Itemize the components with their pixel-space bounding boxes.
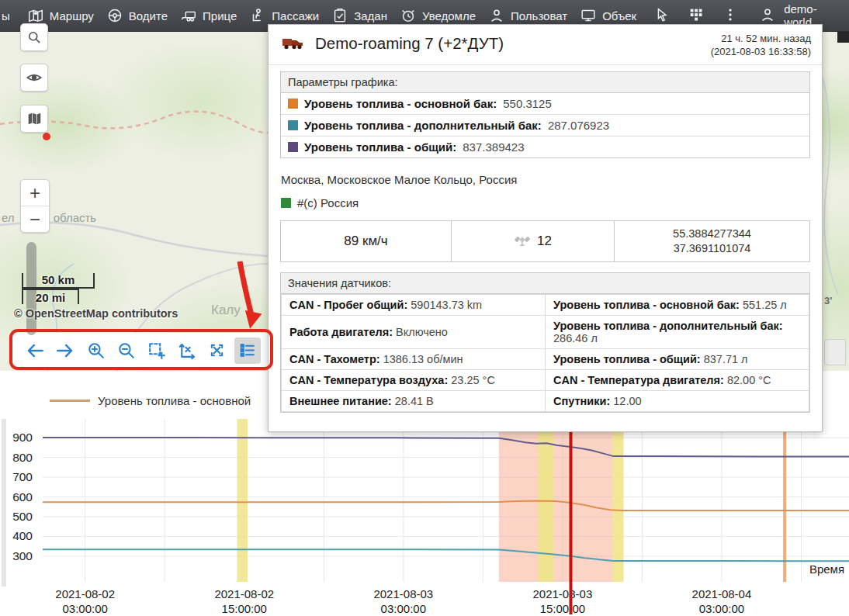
apps-grid-icon[interactable]: [688, 6, 705, 26]
color-swatch-main-tank: [288, 99, 298, 109]
search-icon: [26, 29, 42, 45]
legend-item-main-tank[interactable]: Уровень топлива - основной: [50, 394, 251, 407]
map-attribution-link[interactable]: © OpenStreetMap contributors: [14, 307, 178, 320]
chart-params-header: Параметры графика:: [281, 72, 809, 93]
alarm-icon: [400, 7, 417, 24]
zoom-out-magnifier-icon: [116, 341, 136, 360]
speed-value: 89 км/ч: [281, 221, 452, 261]
chart-params-box: Параметры графика: Уровень топлива - осн…: [280, 71, 810, 158]
sensor-row: CAN - Температура воздуха: 23.25 °C CAN …: [282, 370, 809, 391]
legend-toggle-button[interactable]: [234, 337, 261, 364]
user-icon: [488, 7, 505, 24]
y-tick-label: 900: [0, 431, 33, 445]
nav-item-trailers[interactable]: Прице: [180, 7, 237, 24]
nav-label: Прице: [203, 9, 237, 22]
y-tick-label: 300: [0, 549, 33, 563]
chart-zoom-out-button[interactable]: [113, 337, 139, 364]
scale-km: 50 km: [22, 273, 95, 289]
map-layers-button[interactable]: [20, 105, 48, 133]
geofence-line: #(c) Россия: [281, 196, 809, 209]
y-tick-label: 800: [0, 451, 33, 465]
param-row-main-tank: Уровень топлива - основной бак: 550.3125: [281, 93, 809, 115]
timestamp: (2021-08-03 16:33:58): [711, 45, 811, 58]
legend-label: Уровень топлива - основной: [98, 394, 251, 407]
sensor-cell: CAN - Тахометр: 1386.13 об/мин: [282, 349, 546, 370]
sensor-cell: CAN - Температура двигателя: 82.00 °C: [546, 370, 809, 391]
nav-label: Уведомле: [422, 9, 476, 22]
nav-item-drivers[interactable]: Водите: [106, 7, 168, 24]
y-tick-label: 600: [0, 490, 33, 504]
map-scale-control: 50 km 20 mi: [22, 273, 95, 304]
map-region-fragment: ел: [2, 211, 15, 224]
zoom-in-button[interactable]: +: [21, 180, 49, 206]
box-zoom-button[interactable]: [144, 337, 170, 364]
chart-toolbar: [12, 333, 270, 368]
nav-item-routes[interactable]: Маршру: [27, 7, 94, 24]
nav-label: Пассажи: [272, 9, 319, 22]
param-row-extra-tank: Уровень топлива - дополнительный бак: 28…: [281, 115, 809, 137]
latitude: 55.3884277344: [673, 227, 751, 241]
sensor-cell: CAN - Температура воздуха: 23.25 °C: [282, 370, 546, 391]
sensor-cell: CAN - Пробег общий: 590143.73 km: [282, 295, 546, 316]
nav-item-notifications[interactable]: Уведомле: [400, 7, 476, 24]
sensor-cell: Уровень топлива - дополнительный бак: 28…: [546, 316, 809, 349]
nav-item-users[interactable]: Пользоват: [488, 7, 567, 24]
coordinates-cell: 55.3884277344 37.3691101074: [615, 221, 809, 261]
sensor-row: Работа двигателя: Включено Уровень топли…: [282, 316, 809, 349]
box-zoom-icon: [147, 341, 166, 360]
kebab-menu-icon[interactable]: [722, 6, 739, 26]
y-tick-label: 400: [0, 529, 33, 543]
layers-notification-dot: [43, 133, 50, 140]
nav-label: Водите: [129, 9, 168, 22]
cursor-icon[interactable]: [653, 6, 671, 26]
forward-arrow-icon: [55, 341, 75, 361]
tasks-icon: [331, 7, 348, 24]
fit-view-button[interactable]: [204, 337, 230, 364]
scale-mi: 20 mi: [22, 289, 79, 304]
nav-item-jobs[interactable]: Задан: [331, 7, 387, 24]
sensor-cell: Работа двигателя: Включено: [282, 316, 546, 349]
nav-label: Объек: [602, 9, 636, 22]
x-tick-label: 2021-08-0303:00:00: [341, 587, 466, 616]
chart-zoom-in-button[interactable]: [82, 337, 109, 364]
map-visibility-button[interactable]: [20, 64, 48, 92]
truck-icon: [281, 32, 306, 55]
x-tick-label: 2021-08-0203:00:00: [23, 587, 147, 616]
nav-label: Пользоват: [511, 9, 567, 22]
color-swatch-extra-tank: [288, 120, 298, 130]
truncated-menu-fragment: ы: [2, 9, 10, 22]
fit-expand-icon: [207, 341, 227, 360]
monitor-icon: [580, 7, 597, 24]
zoom-in-magnifier-icon: [86, 341, 106, 360]
popup-header: Demo-roaming 7 (+2*ДУТ) 21 ч. 52 мин. на…: [269, 25, 822, 65]
back-arrow-icon: [25, 341, 45, 361]
zoom-out-button[interactable]: −: [21, 206, 49, 232]
history-back-button[interactable]: [22, 337, 48, 364]
history-forward-button[interactable]: [52, 337, 78, 364]
sensors-box: Значения датчиков: CAN - Пробег общий: 5…: [280, 272, 810, 413]
x-tick-label: 2021-08-0315:00:00: [501, 587, 625, 616]
y-tick-label: 500: [0, 510, 33, 524]
nav-item-units[interactable]: Объек: [580, 7, 636, 24]
map-city-label: Калу: [211, 303, 241, 318]
telemetry-summary-row: 89 км/ч 12 55.3884277344 37.3691101074: [280, 220, 810, 262]
reset-axes-button[interactable]: [174, 337, 200, 364]
toolbar-right-sliver[interactable]: [824, 339, 846, 365]
address-line: Москва, Московское Малое Кольцо, Россия: [281, 173, 809, 186]
layers-icon: [26, 110, 43, 127]
sensor-cell: Внешнее питание: 28.41 В: [282, 391, 546, 412]
map-search-button[interactable]: [20, 23, 48, 51]
legend-line-swatch: [50, 400, 90, 402]
nav-item-passengers[interactable]: Пассажи: [249, 7, 319, 24]
sensor-row: CAN - Тахометр: 1386.13 об/мин Уровень т…: [282, 349, 809, 370]
x-tick-label: 2021-08-0215:00:00: [182, 587, 307, 616]
y-tick-label: 700: [0, 470, 33, 484]
geofence-color-swatch: [281, 198, 291, 208]
satellites-count: 12: [537, 234, 552, 249]
sensor-cell: Спутники: 12.00: [546, 391, 809, 412]
sensors-table: CAN - Пробег общий: 590143.73 km Уровень…: [281, 294, 809, 412]
x-axis-title: Время: [809, 562, 844, 576]
last-message-time: 21 ч. 52 мин. назад (2021-08-03 16:33:58…: [711, 32, 811, 58]
satellite-icon: [514, 231, 531, 252]
param-row-total: Уровень топлива - общий: 837.389423: [281, 137, 809, 157]
